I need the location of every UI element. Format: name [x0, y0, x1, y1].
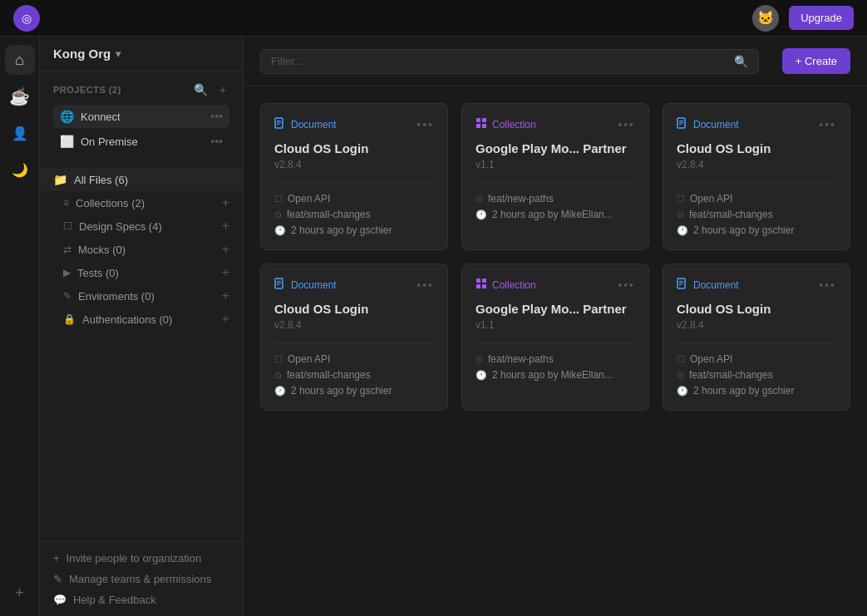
search-projects-button[interactable]: 🔍	[190, 81, 211, 98]
all-files-header[interactable]: 📁 All Files (6)	[40, 168, 243, 191]
branch-icon-3: ⊙	[274, 370, 282, 381]
filter-input[interactable]	[271, 55, 727, 67]
card-menu-2[interactable]: •••	[819, 118, 836, 131]
top-bar: 🔍 + Create	[244, 37, 867, 86]
svg-rect-16	[476, 278, 480, 283]
app-logo[interactable]: ◎	[13, 5, 40, 32]
card-menu-0[interactable]: •••	[416, 118, 434, 131]
nav-home[interactable]: ⌂	[5, 45, 35, 75]
org-chevron: ▾	[116, 48, 121, 60]
project-konnect-menu[interactable]: •••	[210, 110, 223, 123]
add-project-button[interactable]: +	[216, 81, 229, 98]
card-title-3: Cloud OS Login	[274, 302, 434, 316]
design-specs-label: Design Specs (4)	[79, 220, 162, 233]
card-type-icon-1	[475, 117, 487, 131]
create-button[interactable]: + Create	[782, 48, 850, 74]
upgrade-button[interactable]: Upgrade	[789, 6, 854, 30]
branch-icon-2: ⊙	[677, 209, 684, 220]
manage-teams-link[interactable]: ✎ Manage teams & permissions	[53, 573, 229, 585]
card-header-4: Collection •••	[475, 278, 635, 292]
tree-item-environments[interactable]: ✎ Enviroments (0) +	[40, 284, 243, 308]
project-onpremise[interactable]: ⬜ On Premise •••	[53, 130, 229, 153]
nav-moon[interactable]: 🌙	[5, 155, 35, 185]
all-files-label: All Files (6)	[74, 174, 128, 186]
authentications-label: Authentications (0)	[82, 313, 172, 326]
add-collection-button[interactable]: +	[222, 195, 229, 210]
branch-icon-1: ⊙	[475, 194, 483, 205]
collections-icon: ≡	[63, 197, 69, 209]
card-type-icon-2	[677, 117, 688, 131]
nav-api[interactable]: ☕	[5, 81, 35, 111]
sidebar-footer: + Invite people to organization ✎ Manage…	[40, 541, 243, 616]
card-meta-branch-0: ⊙ feat/small-changes	[274, 209, 434, 220]
clock-icon-1: 🕐	[475, 209, 487, 220]
card-divider-0	[274, 182, 434, 183]
filter-input-wrap: 🔍	[260, 49, 759, 74]
project-onpremise-menu[interactable]: •••	[210, 135, 223, 148]
tree-item-mocks[interactable]: ⇄ Mocks (0) +	[40, 238, 243, 261]
card-title-2: Cloud OS Login	[677, 141, 836, 155]
card-meta-branch-5: ⊙ feat/small-changes	[677, 369, 836, 381]
tree-item-collections[interactable]: ≡ Collections (2) +	[40, 191, 243, 214]
card-1[interactable]: Collection ••• Google Play Mo... Partner…	[461, 103, 649, 250]
project-onpremise-label: On Premise	[81, 136, 138, 148]
nav-user[interactable]: 👤	[5, 118, 35, 148]
invite-people-link[interactable]: + Invite people to organization	[53, 552, 229, 564]
card-menu-5[interactable]: •••	[819, 278, 836, 292]
card-type-1: Collection	[475, 117, 536, 131]
filter-search-icon[interactable]: 🔍	[734, 55, 748, 68]
card-meta-time-1: 🕐 2 hours ago by MikeEllan...	[475, 209, 635, 220]
project-konnect[interactable]: 🌐 Konnect •••	[53, 105, 229, 128]
card-0[interactable]: Document ••• Cloud OS Login v2.8.4 ☐Open…	[260, 103, 448, 250]
clock-icon-0: 🕐	[274, 225, 286, 236]
card-version-1: v1.1	[475, 159, 635, 170]
card-title-4: Google Play Mo... Partner	[475, 302, 635, 316]
nav-add[interactable]: +	[5, 578, 35, 608]
help-feedback-link[interactable]: 💬 Help & Feedback	[53, 594, 229, 606]
project-onpremise-icon: ⬜	[60, 135, 74, 148]
tree-item-design-specs[interactable]: ☐ Design Specs (4) +	[40, 214, 243, 238]
card-type-label-0: Document	[291, 119, 337, 131]
svg-rect-6	[476, 124, 480, 128]
add-test-button[interactable]: +	[222, 265, 229, 280]
card-menu-3[interactable]: •••	[416, 278, 434, 292]
card-header-0: Document •••	[274, 117, 434, 131]
svg-rect-18	[476, 284, 480, 288]
card-type-label-1: Collection	[492, 119, 536, 131]
authentications-icon: 🔒	[63, 313, 76, 325]
card-type-4: Collection	[475, 278, 536, 292]
file-icon-5: ☐	[677, 354, 685, 365]
add-design-spec-button[interactable]: +	[222, 219, 229, 234]
mocks-icon: ⇄	[63, 244, 71, 255]
card-4[interactable]: Collection ••• Google Play Mo... Partner…	[461, 264, 649, 411]
card-menu-4[interactable]: •••	[618, 278, 635, 292]
card-type-3: Document	[274, 278, 337, 292]
add-authentication-button[interactable]: +	[222, 312, 229, 327]
tree-item-tests[interactable]: ▶ Tests (0) +	[40, 261, 243, 284]
svg-rect-19	[482, 284, 486, 288]
tree-item-authentications[interactable]: 🔒 Authentications (0) +	[40, 308, 243, 331]
card-type-2: Document	[677, 117, 739, 131]
card-2[interactable]: Document ••• Cloud OS Login v2.8.4 ☐Open…	[663, 103, 850, 250]
mocks-label: Mocks (0)	[78, 244, 126, 256]
card-meta-3: ☐Open API ⊙ feat/small-changes 🕐 2 hours…	[274, 353, 434, 397]
tests-icon: ▶	[63, 267, 71, 278]
avatar[interactable]: 🐱	[752, 5, 779, 32]
card-type-icon-4	[475, 278, 487, 292]
sidebar: Kong Org ▾ PROJECTS (2) 🔍 + 🌐 Konnect	[40, 37, 244, 616]
org-name[interactable]: Kong Org ▾	[53, 47, 121, 61]
card-type-0: Document	[274, 117, 337, 131]
projects-header: PROJECTS (2) 🔍 +	[53, 81, 229, 98]
card-meta-file-0: ☐Open API	[274, 193, 434, 205]
design-specs-icon: ☐	[63, 220, 72, 232]
card-divider-1	[475, 182, 635, 183]
card-version-2: v2.8.4	[677, 159, 836, 170]
card-menu-1[interactable]: •••	[618, 118, 635, 131]
card-5[interactable]: Document ••• Cloud OS Login v2.8.4 ☐Open…	[663, 264, 850, 411]
card-type-label-3: Document	[291, 279, 337, 291]
card-meta-2: ☐Open API ⊙ feat/small-changes 🕐 2 hours…	[677, 193, 836, 236]
org-header: Kong Org ▾	[40, 37, 243, 71]
add-environment-button[interactable]: +	[222, 288, 229, 303]
add-mock-button[interactable]: +	[222, 242, 229, 257]
card-3[interactable]: Document ••• Cloud OS Login v2.8.4 ☐Open…	[260, 264, 448, 411]
